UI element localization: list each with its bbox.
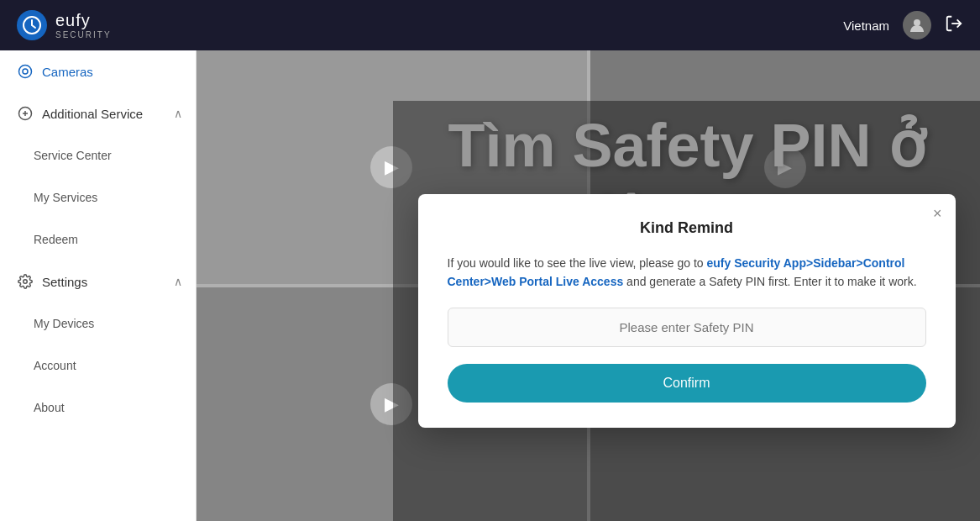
sidebar-item-additional-service[interactable]: Additional Service ∧ bbox=[0, 92, 196, 134]
app-header: eufy SECURITY Vietnam bbox=[0, 0, 980, 50]
sidebar-item-redeem-label: Redeem bbox=[34, 233, 78, 246]
sidebar-item-cameras[interactable]: Cameras bbox=[0, 50, 196, 92]
logout-button[interactable] bbox=[945, 14, 963, 37]
logo-icon bbox=[17, 10, 47, 40]
main-content: ▶ ▶ ▶ ▶ Tìm Safety PIN ở đâu??? × Kind R… bbox=[197, 50, 980, 521]
sidebar-item-cameras-label: Cameras bbox=[42, 65, 93, 79]
sidebar-item-about[interactable]: About bbox=[0, 387, 196, 429]
logo-area: eufy SECURITY bbox=[17, 10, 112, 40]
modal-title: Kind Remind bbox=[448, 219, 926, 237]
sidebar-item-about-label: About bbox=[34, 401, 65, 414]
safety-pin-input[interactable] bbox=[448, 308, 926, 347]
sidebar-item-my-services[interactable]: My Services bbox=[0, 176, 196, 218]
modal-overlay: × Kind Remind If you would like to see t… bbox=[393, 101, 980, 521]
sidebar-item-redeem[interactable]: Redeem bbox=[0, 218, 196, 260]
svg-point-8 bbox=[24, 280, 28, 284]
modal-body-suffix: and generate a Safety PIN first. Enter i… bbox=[623, 275, 916, 288]
chevron-up-icon-2: ∧ bbox=[174, 275, 182, 288]
logo-text: eufy SECURITY bbox=[55, 11, 112, 39]
sidebar-item-account[interactable]: Account bbox=[0, 345, 196, 387]
main-layout: Cameras Additional Service ∧ Service Cen… bbox=[0, 0, 980, 521]
sidebar-item-settings[interactable]: Settings ∧ bbox=[0, 260, 196, 303]
sidebar-item-service-center[interactable]: Service Center bbox=[0, 134, 196, 176]
cameras-icon bbox=[17, 63, 34, 80]
country-label: Vietnam bbox=[843, 18, 889, 33]
avatar[interactable] bbox=[903, 11, 931, 39]
sidebar-item-account-label: Account bbox=[34, 359, 76, 372]
sidebar-item-my-devices-label: My Devices bbox=[34, 317, 94, 330]
chevron-up-icon: ∧ bbox=[174, 107, 182, 120]
sidebar-item-service-center-label: Service Center bbox=[34, 149, 112, 162]
sidebar-item-my-devices[interactable]: My Devices bbox=[0, 303, 196, 345]
modal-body-text: If you would like to see the live view, … bbox=[448, 256, 707, 270]
confirm-button[interactable]: Confirm bbox=[448, 364, 926, 403]
svg-point-1 bbox=[914, 19, 920, 26]
sidebar-item-settings-label: Settings bbox=[42, 275, 87, 289]
modal-close-button[interactable]: × bbox=[933, 206, 942, 221]
modal-body: If you would like to see the live view, … bbox=[448, 254, 926, 292]
svg-point-4 bbox=[19, 66, 32, 78]
sidebar: Cameras Additional Service ∧ Service Cen… bbox=[0, 50, 197, 521]
sidebar-item-additional-service-label: Additional Service bbox=[42, 107, 143, 121]
svg-point-3 bbox=[23, 69, 28, 74]
kind-remind-modal: × Kind Remind If you would like to see t… bbox=[418, 194, 956, 429]
settings-icon bbox=[17, 273, 34, 290]
additional-service-icon bbox=[17, 105, 34, 122]
sidebar-item-my-services-label: My Services bbox=[34, 191, 97, 204]
header-right: Vietnam bbox=[843, 11, 963, 39]
